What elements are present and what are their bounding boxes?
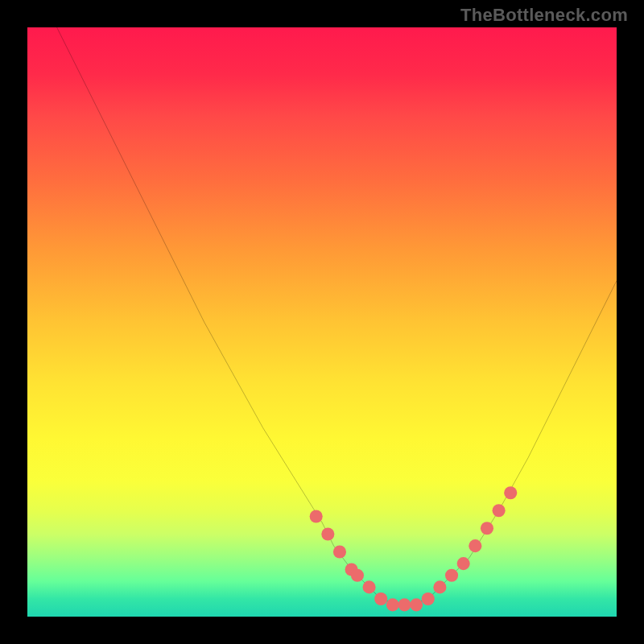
highlight-dot	[493, 504, 506, 517]
highlight-dot	[374, 592, 387, 605]
watermark-text: TheBottleneck.com	[460, 5, 628, 26]
highlight-dot	[345, 563, 358, 576]
highlight-dot	[363, 580, 376, 593]
highlight-dot	[333, 545, 346, 558]
chart-frame: TheBottleneck.com	[0, 0, 644, 644]
highlight-dot	[321, 527, 334, 540]
bottleneck-curve	[57, 27, 617, 605]
highlight-dot	[310, 510, 323, 523]
highlight-dot	[445, 569, 458, 582]
highlight-dot	[504, 486, 517, 499]
highlight-dot	[457, 557, 470, 570]
highlight-points	[310, 486, 518, 611]
highlight-dot	[469, 539, 481, 552]
highlight-dot	[386, 598, 399, 611]
highlight-dot	[422, 592, 435, 605]
highlight-dot	[410, 598, 423, 611]
highlight-dot	[481, 522, 493, 535]
highlight-dot	[433, 580, 446, 593]
highlight-dot	[351, 569, 364, 582]
chart-svg	[27, 27, 617, 617]
plot-area	[27, 27, 617, 617]
highlight-dot	[398, 598, 411, 611]
